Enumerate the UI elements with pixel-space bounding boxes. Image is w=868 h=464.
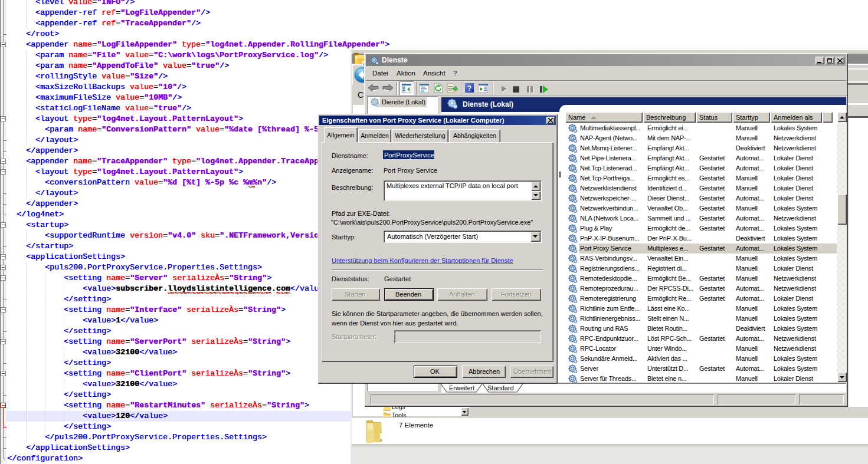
svg-text:?: ? [467,84,471,93]
